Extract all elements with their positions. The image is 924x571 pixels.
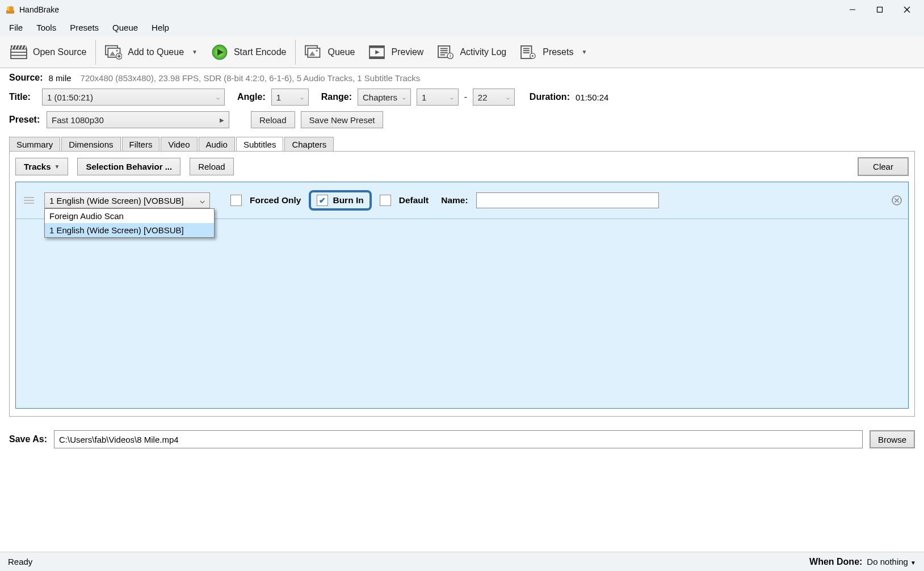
dropdown-option-foreign-audio-scan[interactable]: Foreign Audio Scan <box>45 209 214 223</box>
angle-select[interactable]: 1 ⌵ <box>271 89 309 106</box>
settings-gear-icon <box>520 44 537 60</box>
subtitle-track-select[interactable]: 1 English (Wide Screen) [VOBSUB] ⌵ Forei… <box>44 192 210 208</box>
menu-file[interactable]: File <box>2 20 30 35</box>
tab-subtitles[interactable]: Subtitles <box>236 137 284 152</box>
preview-button[interactable]: Preview <box>362 42 430 62</box>
status-text: Ready <box>8 557 32 566</box>
presets-label: Presets <box>543 47 573 57</box>
title-bar: HandBrake <box>0 0 924 19</box>
chevron-down-icon: ⌵ <box>447 94 453 100</box>
tab-strip: Summary Dimensions Filters Video Audio S… <box>9 136 915 151</box>
burn-in-highlight: Burn In <box>309 190 371 211</box>
add-to-queue-label: Add to Queue <box>128 47 184 57</box>
menu-queue[interactable]: Queue <box>106 20 145 35</box>
close-circle-icon <box>891 195 902 206</box>
open-source-button[interactable]: Open Source <box>3 42 93 62</box>
main-toolbar: Open Source Add to Queue ▼ Start En <box>0 36 924 68</box>
reload-preset-button[interactable]: Reload <box>251 111 295 128</box>
source-details: 720x480 (853x480), 23.98 FPS, SDR (8-bit… <box>81 73 421 83</box>
images-plus-icon <box>105 44 122 60</box>
remove-track-button[interactable] <box>891 195 902 206</box>
window-maximize-button[interactable] <box>866 0 893 19</box>
add-to-queue-button[interactable]: Add to Queue ▼ <box>98 42 204 62</box>
name-label: Name: <box>441 195 468 205</box>
burn-in-checkbox[interactable] <box>317 195 328 206</box>
range-to-select[interactable]: 22 ⌵ <box>473 89 515 106</box>
menu-tools[interactable]: Tools <box>30 20 63 35</box>
preset-row: Preset: Fast 1080p30 ▶ Reload Save New P… <box>9 111 915 128</box>
chevron-right-icon: ▶ <box>216 117 224 123</box>
activity-log-label: Activity Log <box>460 47 506 57</box>
activity-log-button[interactable]: i Activity Log <box>430 42 513 62</box>
tab-filters[interactable]: Filters <box>122 137 160 152</box>
film-clapper-icon <box>10 44 27 60</box>
duration-label: Duration: <box>530 92 570 102</box>
tracks-dropdown-button[interactable]: Tracks ▼ <box>15 158 68 175</box>
film-play-icon <box>368 44 385 60</box>
window-minimize-button[interactable] <box>839 0 866 19</box>
range-from-select[interactable]: 1 ⌵ <box>417 89 459 106</box>
play-icon <box>211 44 228 60</box>
tab-video[interactable]: Video <box>161 137 197 152</box>
forced-only-checkbox[interactable] <box>230 195 242 206</box>
window-close-button[interactable] <box>893 0 921 19</box>
svg-marker-32 <box>376 50 380 54</box>
reload-tracks-button[interactable]: Reload <box>190 158 234 175</box>
chevron-down-icon: ⌵ <box>200 195 205 205</box>
svg-rect-31 <box>370 56 385 58</box>
svg-rect-30 <box>370 45 385 48</box>
title-label: Title: <box>9 92 36 102</box>
menu-help[interactable]: Help <box>145 20 176 35</box>
preset-select-value: Fast 1080p30 <box>52 115 104 125</box>
default-label: Default <box>399 195 429 205</box>
queue-label: Queue <box>327 47 355 57</box>
svg-rect-4 <box>877 7 883 12</box>
subtitle-track-list: 1 English (Wide Screen) [VOBSUB] ⌵ Forei… <box>15 182 909 409</box>
save-as-label: Save As: <box>9 434 47 444</box>
svg-rect-0 <box>6 10 14 14</box>
range-type-value: Chapters <box>363 93 397 102</box>
queue-button[interactable]: Queue <box>298 42 362 62</box>
presets-dropdown-button[interactable]: Presets ▼ <box>513 42 594 62</box>
chevron-down-icon: ⌵ <box>213 94 220 100</box>
status-bar: Ready When Done: Do nothing ▼ <box>0 552 924 571</box>
subtitles-toolbar: Tracks ▼ Selection Behavior ... Reload C… <box>15 157 909 176</box>
source-label: Source: <box>9 73 43 83</box>
chevron-down-icon: ▼ <box>910 560 916 566</box>
when-done-dropdown[interactable]: Do nothing ▼ <box>867 557 916 566</box>
save-new-preset-button[interactable]: Save New Preset <box>301 111 384 128</box>
duration-value: 01:50:24 <box>576 93 608 102</box>
angle-select-value: 1 <box>276 93 281 102</box>
chevron-down-icon: ⌵ <box>297 94 304 100</box>
tab-summary[interactable]: Summary <box>9 137 60 152</box>
tracks-label: Tracks <box>24 162 51 171</box>
preset-select[interactable]: Fast 1080p30 ▶ <box>47 111 229 128</box>
svg-point-28 <box>316 49 318 52</box>
range-to-value: 22 <box>478 93 488 102</box>
log-info-icon: i <box>437 44 454 60</box>
clear-tracks-button[interactable]: Clear <box>858 157 909 176</box>
range-type-select[interactable]: Chapters ⌵ <box>358 89 411 106</box>
tab-dimensions[interactable]: Dimensions <box>61 137 120 152</box>
svg-rect-26 <box>308 48 320 57</box>
menu-presets[interactable]: Presets <box>63 20 106 35</box>
tab-chapters[interactable]: Chapters <box>284 137 334 152</box>
start-encode-label: Start Encode <box>234 47 287 57</box>
start-encode-button[interactable]: Start Encode <box>204 42 293 62</box>
images-stack-icon <box>305 44 322 60</box>
save-as-path-input[interactable] <box>54 430 863 448</box>
selection-behavior-button[interactable]: Selection Behavior ... <box>77 158 180 175</box>
source-name: 8 mile <box>49 73 72 83</box>
title-select[interactable]: 1 (01:50:21) ⌵ <box>42 89 225 106</box>
range-label: Range: <box>321 92 352 102</box>
separator <box>95 40 96 65</box>
track-name-input[interactable] <box>476 192 659 208</box>
svg-point-2 <box>9 6 14 11</box>
default-checkbox[interactable] <box>380 195 391 206</box>
tab-audio[interactable]: Audio <box>199 137 235 152</box>
separator <box>295 40 296 65</box>
open-source-label: Open Source <box>33 47 86 57</box>
browse-button[interactable]: Browse <box>870 430 915 448</box>
dropdown-option-english-vobsub[interactable]: 1 English (Wide Screen) [VOBSUB] <box>45 223 214 237</box>
drag-handle-icon[interactable] <box>22 197 36 204</box>
